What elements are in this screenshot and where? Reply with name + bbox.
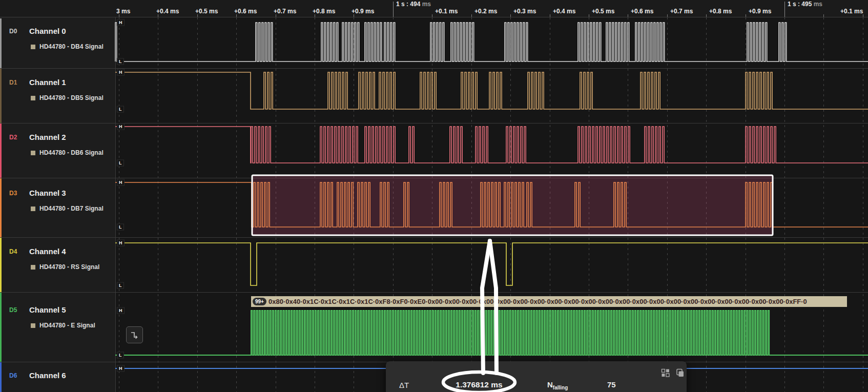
high-level-marker: H — [117, 19, 125, 26]
channel-analyzer-subtitle: HD44780 - DB5 Signal — [31, 95, 104, 101]
timeline-tick-label: +0.4 ms — [156, 8, 179, 15]
channel-sidebar: D0Channel 0HD44780 - DB4 SignalD1Channel… — [0, 17, 116, 392]
selection-region-fill[interactable] — [252, 175, 773, 235]
n-falling-value: 75 — [607, 380, 616, 389]
timeline-tickmark — [315, 14, 315, 17]
decoder-annotation-bar[interactable]: 99+ 0x80·0x40·0x1C·0x1C·0x1C·0x1C·0xF8·0… — [251, 296, 847, 307]
timeline-major-label: 1 s : 495 ms — [788, 1, 822, 8]
channel-color-stripe — [0, 178, 2, 237]
timeline-tick-label: +0.1 ms — [840, 8, 863, 15]
channel-name: Channel 4 — [29, 247, 66, 256]
channel-row-d2[interactable]: D2Channel 2HD44780 - DB6 Signal — [0, 123, 115, 178]
timeline-tick-label: +0.7 ms — [274, 8, 296, 15]
timeline-tick-label: +0.6 ms — [234, 8, 257, 15]
channel-name: Channel 5 — [29, 305, 66, 314]
channel-name: Channel 6 — [29, 371, 66, 380]
channel-row-d4[interactable]: D4Channel 4HD44780 - RS Signal — [0, 237, 115, 292]
channel-row-d6[interactable]: D6Channel 6 — [0, 362, 115, 392]
low-level-marker: L — [117, 160, 124, 167]
channel-row-d5[interactable]: D5Channel 5HD44780 - E Signal — [0, 292, 115, 362]
channel-color-stripe — [0, 69, 2, 123]
timeline-major-tickmark — [393, 2, 394, 17]
copy-icon[interactable] — [675, 368, 685, 378]
measurement-panel: ΔT 1.376812 ms Nfalling 75 — [386, 361, 687, 392]
low-level-marker: L — [117, 282, 124, 289]
timeline-tickmark — [667, 14, 668, 17]
channel-index-label: D3 — [9, 190, 17, 197]
timeline-tickmark — [432, 14, 432, 17]
timeline-tickmark — [197, 14, 198, 17]
timeline-tickmark — [236, 14, 237, 17]
high-level-marker: H — [117, 240, 125, 246]
timeline-tickmark — [276, 14, 276, 17]
timeline-tick-label: +0.1 ms — [435, 8, 458, 15]
layout-grid-icon[interactable] — [660, 368, 670, 378]
analyzer-bullet-icon — [31, 96, 35, 100]
timeline-ruler[interactable]: 3 ms+0.4 ms+0.5 ms+0.6 ms+0.7 ms+0.8 ms+… — [0, 0, 868, 17]
falling-edge-icon — [130, 330, 140, 340]
channel-analyzer-subtitle: HD44780 - RS Signal — [31, 264, 99, 271]
edge-trigger-button[interactable] — [126, 326, 143, 343]
timeline-tickmark — [354, 14, 354, 17]
timeline-tickmark — [746, 14, 746, 17]
timeline-tick-label: +0.5 ms — [592, 8, 614, 15]
channel-color-stripe — [0, 238, 2, 292]
channel-color-stripe — [0, 18, 2, 68]
channel-row-d0[interactable]: D0Channel 0HD44780 - DB4 Signal — [0, 18, 115, 68]
high-level-marker: H — [117, 69, 125, 76]
timeline-tickmark — [823, 14, 824, 17]
analyzer-bullet-icon — [31, 151, 35, 155]
channel-name: Channel 3 — [29, 189, 66, 197]
low-level-marker: L — [117, 224, 124, 231]
channel-analyzer-subtitle: HD44780 - DB4 Signal — [31, 44, 104, 50]
high-level-marker: H — [117, 365, 125, 372]
channel-row-d3[interactable]: D3Channel 3HD44780 - DB7 Signal — [0, 178, 115, 237]
timeline-tickmark — [158, 14, 158, 17]
timeline-tick-label: +0.3 ms — [513, 8, 536, 15]
timeline-tickmark — [628, 14, 628, 17]
channel-name: Channel 0 — [29, 27, 66, 35]
timeline-tick-label: +0.6 ms — [631, 8, 653, 15]
channel-index-label: D0 — [9, 28, 17, 35]
timeline-tick-label: +0.8 ms — [313, 8, 335, 15]
delta-t-value: 1.376812 ms — [456, 380, 502, 389]
waveform-d1 — [115, 72, 868, 109]
delta-t-label: ΔT — [399, 381, 409, 389]
channel-index-label: D2 — [9, 134, 17, 141]
channel-color-stripe — [0, 123, 2, 178]
analyzer-bullet-icon — [31, 207, 35, 211]
channel-analyzer-subtitle: HD44780 - DB6 Signal — [31, 150, 104, 156]
timeline-tick-label: +0.7 ms — [670, 8, 693, 15]
timeline-major-tickmark — [784, 2, 785, 17]
channel-index-label: D5 — [9, 306, 17, 314]
timeline-tickmark — [119, 14, 119, 17]
logic-analyzer-app: D0Channel 0HD44780 - DB4 SignalD1Channel… — [0, 0, 868, 392]
timeline-tickmark — [863, 14, 863, 17]
high-level-marker: H — [117, 307, 125, 314]
waveform-d4 — [115, 243, 868, 285]
high-level-marker: H — [117, 123, 125, 130]
channel-color-stripe — [0, 293, 2, 362]
channel-name: Channel 1 — [29, 78, 66, 87]
timeline-tickmark — [589, 14, 589, 17]
channel-index-label: D6 — [9, 372, 17, 379]
analyzer-bullet-icon — [31, 45, 35, 49]
channel-color-stripe — [0, 362, 2, 392]
low-level-marker: L — [117, 58, 124, 65]
hand-arrow-annotation — [490, 241, 497, 373]
low-level-marker: L — [117, 106, 124, 113]
timeline-tick-label: +0.4 ms — [553, 8, 575, 15]
waveform-d0 — [115, 23, 868, 61]
waveform-d5 — [115, 311, 868, 355]
timeline-tick-label: +0.9 ms — [352, 8, 374, 15]
timeline-tick-label: +0.2 ms — [474, 8, 497, 15]
timeline-tickmark — [706, 14, 707, 17]
timeline-tickmark — [550, 14, 550, 17]
channel-row-d1[interactable]: D1Channel 1HD44780 - DB5 Signal — [0, 68, 115, 123]
analyzer-bullet-icon — [31, 323, 35, 328]
channel-index-label: D1 — [9, 79, 17, 86]
waveform-d3 — [115, 182, 868, 227]
analyzer-bullet-icon — [31, 265, 35, 270]
selection-region-border — [252, 175, 773, 235]
timeline-tick-label: +0.5 ms — [195, 8, 218, 15]
